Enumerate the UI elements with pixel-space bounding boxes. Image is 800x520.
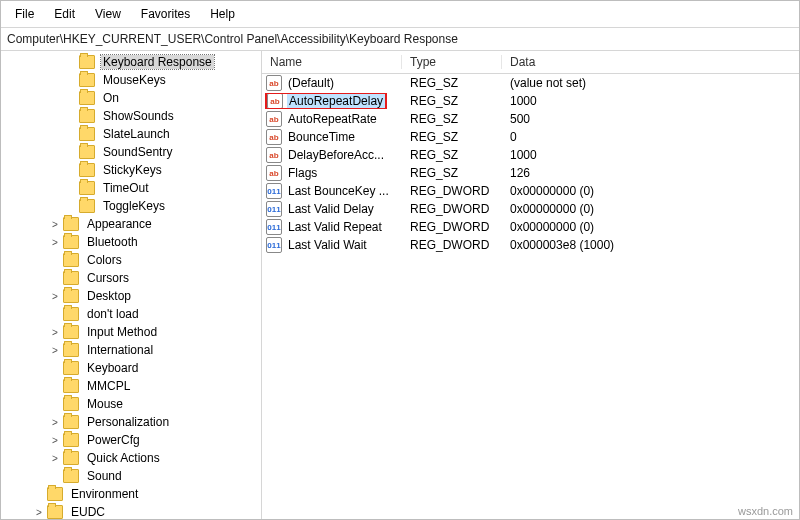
tree-node-label: Quick Actions	[85, 451, 162, 465]
tree-node-label: MMCPL	[85, 379, 132, 393]
tree-node[interactable]: >Personalization	[1, 413, 261, 431]
dword-value-icon: 011	[266, 201, 282, 217]
value-row[interactable]: abBounceTimeREG_SZ0	[262, 128, 799, 146]
menu-help[interactable]: Help	[200, 5, 245, 23]
tree-node[interactable]: >Appearance	[1, 215, 261, 233]
twisty-spacer: ·	[33, 489, 45, 500]
twisty-spacer: ·	[65, 201, 77, 212]
tree-node-label: On	[101, 91, 121, 105]
tree-node[interactable]: ·SoundSentry	[1, 143, 261, 161]
tree-node[interactable]: ·Sound	[1, 467, 261, 485]
folder-icon	[79, 73, 95, 87]
menu-favorites[interactable]: Favorites	[131, 5, 200, 23]
tree-pane[interactable]: ·Keyboard Response·MouseKeys·On·ShowSoun…	[1, 51, 262, 519]
value-row[interactable]: abAutoRepeatDelayREG_SZ1000	[262, 92, 799, 110]
tree-node[interactable]: ·TimeOut	[1, 179, 261, 197]
twisty-spacer: ·	[49, 273, 61, 284]
tree-node[interactable]: ·On	[1, 89, 261, 107]
value-data: 0x00000000 (0)	[502, 220, 799, 234]
tree-node-label: Input Method	[85, 325, 159, 339]
tree-node-label: SlateLaunch	[101, 127, 172, 141]
expand-icon[interactable]: >	[49, 219, 61, 230]
tree-node-label: ToggleKeys	[101, 199, 167, 213]
dword-value-icon: 011	[266, 183, 282, 199]
value-row[interactable]: 011Last BounceKey ...REG_DWORD0x00000000…	[262, 182, 799, 200]
tree-node[interactable]: ·Cursors	[1, 269, 261, 287]
expand-icon[interactable]: >	[49, 237, 61, 248]
twisty-spacer: ·	[65, 93, 77, 104]
value-data: 0x000003e8 (1000)	[502, 238, 799, 252]
tree-node[interactable]: ·Environment	[1, 485, 261, 503]
folder-icon	[79, 55, 95, 69]
expand-icon[interactable]: >	[49, 291, 61, 302]
tree-node-label: PowerCfg	[85, 433, 142, 447]
name-wrap: abDelayBeforeAcc...	[266, 147, 386, 163]
value-type: REG_SZ	[402, 112, 502, 126]
tree-node[interactable]: >International	[1, 341, 261, 359]
value-rows[interactable]: ab(Default)REG_SZ(value not set)abAutoRe…	[262, 74, 799, 519]
value-name: DelayBeforeAcc...	[286, 148, 386, 162]
value-row[interactable]: abDelayBeforeAcc...REG_SZ1000	[262, 146, 799, 164]
tree-node-label: StickyKeys	[101, 163, 164, 177]
tree-node[interactable]: >Quick Actions	[1, 449, 261, 467]
registry-editor-window: File Edit View Favorites Help Computer\H…	[0, 0, 800, 520]
expand-icon[interactable]: >	[49, 417, 61, 428]
tree-node[interactable]: ·SlateLaunch	[1, 125, 261, 143]
value-data: 1000	[502, 148, 799, 162]
expand-icon[interactable]: >	[49, 345, 61, 356]
expand-icon[interactable]: >	[49, 435, 61, 446]
folder-icon	[63, 253, 79, 267]
tree-node[interactable]: ·StickyKeys	[1, 161, 261, 179]
cell-name: abFlags	[262, 165, 402, 181]
tree-node[interactable]: ·ShowSounds	[1, 107, 261, 125]
expand-icon[interactable]: >	[33, 507, 45, 518]
value-row[interactable]: abFlagsREG_SZ126	[262, 164, 799, 182]
value-data: 0x00000000 (0)	[502, 184, 799, 198]
folder-icon	[63, 325, 79, 339]
tree-node[interactable]: ·Keyboard	[1, 359, 261, 377]
tree-node[interactable]: ·Keyboard Response	[1, 53, 261, 71]
tree-node[interactable]: ·MMCPL	[1, 377, 261, 395]
tree-node[interactable]: ·Mouse	[1, 395, 261, 413]
value-name: Last BounceKey ...	[286, 184, 391, 198]
value-row[interactable]: 011Last Valid WaitREG_DWORD0x000003e8 (1…	[262, 236, 799, 254]
tree-node[interactable]: ·MouseKeys	[1, 71, 261, 89]
tree-node[interactable]: >EUDC	[1, 503, 261, 519]
tree-node-label: MouseKeys	[101, 73, 168, 87]
tree-node[interactable]: ·ToggleKeys	[1, 197, 261, 215]
twisty-spacer: ·	[65, 129, 77, 140]
tree-node[interactable]: >Desktop	[1, 287, 261, 305]
menu-edit[interactable]: Edit	[44, 5, 85, 23]
name-wrap: 011Last BounceKey ...	[266, 183, 391, 199]
tree-node-label: Environment	[69, 487, 140, 501]
value-row[interactable]: ab(Default)REG_SZ(value not set)	[262, 74, 799, 92]
tree-node[interactable]: >Bluetooth	[1, 233, 261, 251]
tree-node[interactable]: ·Colors	[1, 251, 261, 269]
twisty-spacer: ·	[65, 75, 77, 86]
value-row[interactable]: abAutoRepeatRateREG_SZ500	[262, 110, 799, 128]
expand-icon[interactable]: >	[49, 327, 61, 338]
expand-icon[interactable]: >	[49, 453, 61, 464]
tree-node[interactable]: >Input Method	[1, 323, 261, 341]
tree-node[interactable]: ·don't load	[1, 305, 261, 323]
menu-bar: File Edit View Favorites Help	[1, 1, 799, 28]
column-header-data[interactable]: Data	[502, 55, 799, 69]
folder-icon	[63, 361, 79, 375]
cell-name: 011Last BounceKey ...	[262, 183, 402, 199]
menu-file[interactable]: File	[5, 5, 44, 23]
twisty-spacer: ·	[49, 309, 61, 320]
string-value-icon: ab	[266, 129, 282, 145]
tree-node-label: Desktop	[85, 289, 133, 303]
tree-node[interactable]: >PowerCfg	[1, 431, 261, 449]
menu-view[interactable]: View	[85, 5, 131, 23]
value-row[interactable]: 011Last Valid RepeatREG_DWORD0x00000000 …	[262, 218, 799, 236]
value-data: 0x00000000 (0)	[502, 202, 799, 216]
value-type: REG_SZ	[402, 130, 502, 144]
column-header-name[interactable]: Name	[262, 55, 402, 69]
tree-node-label: SoundSentry	[101, 145, 174, 159]
address-bar[interactable]: Computer\HKEY_CURRENT_USER\Control Panel…	[1, 28, 799, 51]
value-row[interactable]: 011Last Valid DelayREG_DWORD0x00000000 (…	[262, 200, 799, 218]
string-value-icon: ab	[267, 93, 283, 109]
column-header-type[interactable]: Type	[402, 55, 502, 69]
folder-icon	[79, 145, 95, 159]
